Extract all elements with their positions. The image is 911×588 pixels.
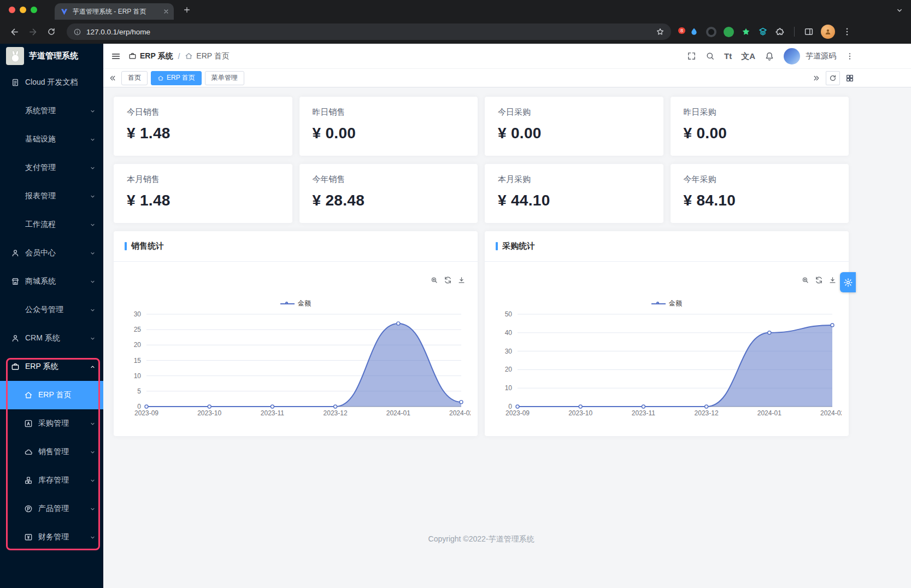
extension-icon-2[interactable]	[689, 27, 699, 37]
svg-text:50: 50	[505, 310, 513, 318]
site-favicon-icon	[60, 8, 68, 16]
sidebar-item-workflow[interactable]: 工作流程	[0, 210, 103, 239]
forward-arrow-icon	[28, 27, 38, 37]
submenu-item-sales[interactable]: 销售管理	[0, 438, 103, 466]
extension-icon-3[interactable]	[706, 27, 716, 37]
submenu-item-product[interactable]: 产品管理	[0, 495, 103, 523]
theme-settings-button[interactable]	[840, 272, 856, 292]
user-avatar[interactable]	[784, 48, 800, 64]
legend-marker-icon	[651, 301, 666, 307]
extension-icon-4[interactable]	[724, 27, 734, 37]
svg-text:25: 25	[134, 326, 142, 333]
submenu-item-label: 销售管理	[38, 447, 90, 457]
tab-close-icon[interactable]	[163, 8, 169, 15]
tags-view-bar: 首页 ERP 首页 菜单管理	[103, 69, 911, 87]
hamburger-menu-icon[interactable]	[111, 51, 121, 61]
refresh-tab-button[interactable]	[826, 71, 840, 85]
sidebar-item-mall[interactable]: 商城系统	[0, 267, 103, 296]
translate-button[interactable]: 文A	[741, 52, 755, 60]
sidebar-item-infrastructure[interactable]: 基础设施	[0, 125, 103, 154]
submenu-item-finance[interactable]: 财务管理	[0, 523, 103, 551]
back-button[interactable]	[5, 23, 23, 40]
stat-card-yesterday-purchase: 昨日采购 ¥ 0.00	[671, 97, 849, 156]
svg-text:30: 30	[505, 348, 513, 355]
sidebar-item-report[interactable]: 报表管理	[0, 182, 103, 210]
purchase-chart-legend[interactable]: 金额	[485, 299, 849, 308]
layout-grid-icon[interactable]	[845, 74, 854, 83]
toolbox-restore-icon[interactable]	[815, 276, 823, 284]
fullscreen-icon[interactable]	[687, 51, 696, 61]
chevron-down-icon	[90, 307, 96, 313]
side-panel-button[interactable]	[804, 27, 814, 37]
search-icon[interactable]	[706, 51, 715, 61]
browser-tab[interactable]: 芋道管理系统 - ERP 首页	[55, 3, 174, 20]
toolbox-zoom-icon[interactable]	[430, 276, 438, 284]
svg-text:2023-12: 2023-12	[695, 409, 719, 417]
stat-card-year-purchase: 今年采购 ¥ 84.10	[671, 164, 849, 223]
app-logo[interactable]: 芋道管理系统	[0, 44, 103, 68]
tab-home[interactable]: 首页	[121, 71, 148, 85]
puzzle-icon	[775, 27, 785, 37]
site-info-icon[interactable]	[73, 28, 81, 36]
toolbox-zoom-icon[interactable]	[801, 276, 809, 284]
extensions-menu-button[interactable]	[775, 27, 785, 37]
sidebar-item-crm[interactable]: CRM 系统	[0, 324, 103, 352]
new-tab-button[interactable]	[179, 2, 195, 17]
submenu-item-stock[interactable]: 库存管理	[0, 466, 103, 495]
back-arrow-icon	[10, 27, 19, 37]
sales-chart-legend[interactable]: 金额	[114, 299, 478, 308]
app-window: 芋道管理系统 Cloud 开发文档 系统管理 基础设施	[0, 44, 911, 588]
tab-search-chevron-icon[interactable]	[896, 5, 903, 15]
boxes-icon	[24, 476, 33, 485]
forward-button[interactable]	[24, 23, 42, 40]
sidebar-menu: Cloud 开发文档 系统管理 基础设施 支付管理	[0, 68, 103, 551]
stat-value: ¥ 1.48	[127, 125, 279, 142]
url-text[interactable]: 127.0.0.1/erp/home	[86, 28, 651, 36]
svg-text:2024-01: 2024-01	[386, 409, 410, 417]
tab-menu-management[interactable]: 菜单管理	[205, 71, 244, 85]
browser-profile-avatar[interactable]	[821, 25, 835, 39]
browser-menu-button[interactable]	[842, 27, 852, 37]
window-minimize-button[interactable]	[20, 7, 26, 13]
toolbox-restore-icon[interactable]	[444, 276, 452, 284]
reload-button[interactable]	[43, 23, 60, 40]
notification-bell-icon[interactable]	[765, 51, 774, 61]
sidebar-item-erp[interactable]: ERP 系统	[0, 352, 103, 381]
cloud-icon	[24, 448, 33, 456]
more-options-icon[interactable]	[845, 52, 854, 61]
svg-text:2023-11: 2023-11	[261, 409, 284, 417]
document-icon	[11, 78, 20, 87]
extension-icon-6[interactable]	[758, 27, 768, 37]
sidebar-item-cloud-docs[interactable]: Cloud 开发文档	[0, 68, 103, 97]
svg-text:20: 20	[505, 366, 513, 373]
stat-label: 昨日采购	[684, 107, 836, 117]
font-size-button[interactable]: Tt	[724, 52, 732, 60]
sidebar-item-label: 公众号管理	[25, 305, 90, 315]
purchase-chart-region: 金额 010203040502023-092023-102023-112023-…	[485, 262, 849, 436]
sidebar-item-official-account[interactable]: 公众号管理	[0, 296, 103, 324]
stats-grid: 今日销售 ¥ 1.48 昨日销售 ¥ 0.00 今日采购 ¥ 0.00 昨日采购…	[114, 97, 849, 223]
chevron-down-icon	[90, 478, 96, 484]
sales-chart-plot: 0510152025302023-092023-102023-112023-12…	[118, 310, 471, 425]
breadcrumb-root[interactable]: ERP 系统	[140, 51, 173, 61]
sidebar-item-payment[interactable]: 支付管理	[0, 154, 103, 182]
username[interactable]: 芋道源码	[806, 51, 836, 61]
toolbox-download-icon[interactable]	[828, 276, 837, 284]
sidebar-item-member[interactable]: 会员中心	[0, 239, 103, 267]
submenu-item-purchase[interactable]: 采购管理	[0, 409, 103, 438]
ring-glyph	[706, 27, 716, 37]
scroll-tabs-right-icon[interactable]	[813, 74, 820, 82]
sidebar-item-label: 系统管理	[25, 106, 90, 116]
bookmark-star-icon[interactable]	[656, 27, 665, 36]
window-close-button[interactable]	[9, 7, 15, 13]
extension-icon-5[interactable]	[741, 27, 751, 37]
window-zoom-button[interactable]	[31, 7, 37, 13]
tab-erp-home[interactable]: ERP 首页	[151, 71, 202, 85]
sidebar-item-system[interactable]: 系统管理	[0, 97, 103, 125]
address-bar[interactable]: 127.0.0.1/erp/home	[67, 23, 671, 40]
person-icon	[824, 28, 832, 36]
app-header: ERP 系统 / ERP 首页 Tt 文A 芋道源码	[103, 44, 911, 69]
submenu-item-erp-home[interactable]: ERP 首页	[0, 381, 103, 409]
scroll-tabs-left-icon[interactable]	[109, 74, 116, 82]
toolbox-download-icon[interactable]	[457, 276, 466, 284]
